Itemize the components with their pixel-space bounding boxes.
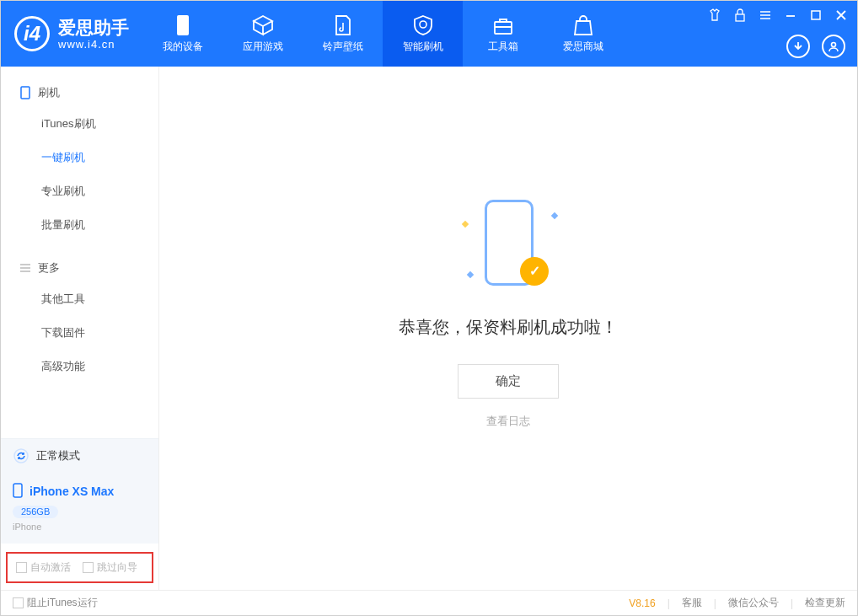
svg-rect-0 — [177, 15, 189, 35]
toolbox-icon — [491, 14, 515, 36]
shirt-icon[interactable] — [705, 6, 724, 24]
sidebar-item-download-firmware[interactable]: 下载固件 — [1, 316, 158, 350]
nav-toolbox[interactable]: 工具箱 — [463, 1, 543, 67]
shield-sync-icon — [411, 14, 435, 36]
download-button[interactable] — [786, 35, 810, 58]
svg-rect-6 — [21, 87, 29, 99]
view-log-link[interactable]: 查看日志 — [486, 414, 530, 429]
sidebar-group-more: 更多 — [1, 254, 158, 282]
app-domain: www.i4.cn — [58, 38, 129, 51]
success-illustration: ✓ — [458, 195, 559, 296]
svg-rect-3 — [736, 14, 744, 21]
svg-point-7 — [14, 449, 28, 463]
header-right-buttons — [786, 35, 845, 58]
maximize-button[interactable] — [807, 6, 825, 24]
sidebar: 刷机 iTunes刷机 一键刷机 专业刷机 批量刷机 更多 其他工具 下载固件 … — [1, 67, 159, 590]
device-storage-badge: 256GB — [13, 506, 58, 518]
footer-link-update[interactable]: 检查更新 — [805, 596, 845, 610]
svg-rect-2 — [495, 22, 512, 34]
sidebar-item-other-tools[interactable]: 其他工具 — [1, 282, 158, 316]
ok-button[interactable]: 确定 — [458, 364, 559, 399]
nav-store[interactable]: 爱思商城 — [543, 1, 623, 67]
checkbox-skip-guide[interactable]: 跳过向导 — [83, 560, 137, 575]
svg-rect-8 — [13, 484, 22, 497]
phone-small-icon — [13, 483, 23, 501]
header: i4 爱思助手 www.i4.cn 我的设备 应用游戏 铃声壁纸 智能刷机 工具… — [1, 1, 857, 67]
footer-link-support[interactable]: 客服 — [682, 596, 702, 610]
device-icon — [171, 14, 195, 36]
svg-rect-4 — [812, 11, 820, 19]
nav-ringtones[interactable]: 铃声壁纸 — [303, 1, 383, 67]
nav-flash[interactable]: 智能刷机 — [383, 1, 463, 67]
close-button[interactable] — [832, 6, 850, 24]
menu-icon[interactable] — [756, 6, 775, 24]
phone-icon — [19, 87, 31, 99]
list-icon — [19, 262, 31, 274]
checkbox-auto-activate[interactable]: 自动激活 — [16, 560, 71, 575]
main-content: ✓ 恭喜您，保资料刷机成功啦！ 确定 查看日志 — [159, 67, 857, 590]
device-name: iPhone XS Max — [29, 485, 114, 498]
sidebar-item-batch-flash[interactable]: 批量刷机 — [1, 208, 158, 242]
svg-point-5 — [832, 43, 836, 47]
version-label: V8.16 — [629, 597, 655, 609]
svg-point-1 — [420, 21, 426, 28]
check-icon: ✓ — [520, 257, 549, 286]
lock-icon[interactable] — [731, 6, 749, 24]
music-file-icon — [331, 14, 355, 36]
app-name: 爱思助手 — [58, 17, 129, 38]
top-nav: 我的设备 应用游戏 铃声壁纸 智能刷机 工具箱 爱思商城 — [142, 1, 623, 67]
logo-icon: i4 — [14, 16, 50, 51]
minimize-button[interactable] — [781, 6, 800, 24]
sidebar-item-advanced[interactable]: 高级功能 — [1, 350, 158, 383]
device-type: iPhone — [13, 522, 147, 532]
checkbox-block-itunes[interactable]: 阻止iTunes运行 — [13, 596, 98, 610]
footer: 阻止iTunes运行 V8.16 | 客服 | 微信公众号 | 检查更新 — [1, 590, 857, 615]
nav-my-device[interactable]: 我的设备 — [142, 1, 223, 67]
options-highlight: 自动激活 跳过向导 — [6, 552, 153, 583]
nav-apps[interactable]: 应用游戏 — [223, 1, 303, 67]
device-mode[interactable]: 正常模式 — [1, 438, 158, 473]
footer-link-wechat[interactable]: 微信公众号 — [728, 596, 779, 610]
cube-icon — [251, 14, 275, 36]
device-info[interactable]: iPhone XS Max 256GB iPhone — [1, 473, 158, 544]
user-button[interactable] — [822, 35, 845, 58]
window-buttons — [705, 6, 850, 24]
sidebar-group-flash: 刷机 — [1, 78, 158, 107]
success-message: 恭喜您，保资料刷机成功啦！ — [399, 316, 618, 339]
sync-icon — [13, 447, 29, 464]
sidebar-item-pro-flash[interactable]: 专业刷机 — [1, 174, 158, 208]
sidebar-item-itunes-flash[interactable]: iTunes刷机 — [1, 107, 158, 141]
logo[interactable]: i4 爱思助手 www.i4.cn — [1, 16, 142, 51]
sidebar-item-onekey-flash[interactable]: 一键刷机 — [1, 141, 158, 174]
bag-icon — [571, 14, 595, 36]
